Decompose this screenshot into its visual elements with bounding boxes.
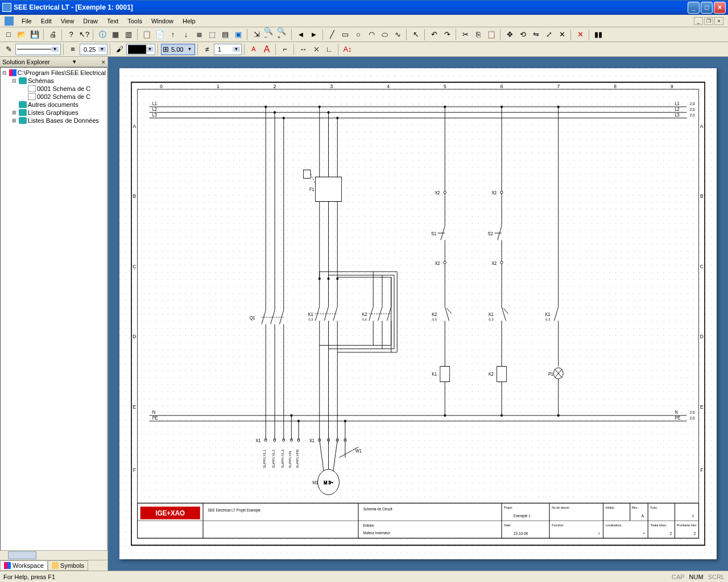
sheet-icon[interactable]: ▣ xyxy=(232,28,245,41)
open-icon[interactable]: 📂 xyxy=(15,28,28,41)
scale-icon[interactable]: ⤢ xyxy=(543,28,555,41)
hatch-combo[interactable]: 1▼ xyxy=(214,44,242,55)
svg-point-143 xyxy=(444,106,446,108)
minimize-button[interactable]: _ xyxy=(688,2,700,14)
copy2-icon[interactable]: ⎘ xyxy=(472,28,485,41)
svg-text:2.0: 2.0 xyxy=(690,102,695,106)
svg-point-138 xyxy=(274,111,275,114)
paste-icon[interactable]: 📄 xyxy=(154,28,166,41)
rotate-icon[interactable]: ⟲ xyxy=(516,28,529,41)
maximize-button[interactable]: □ xyxy=(701,2,713,14)
text-large-icon[interactable]: A xyxy=(260,43,273,56)
mirror-icon[interactable]: ⇋ xyxy=(530,28,542,41)
hatch-icon[interactable]: ≠ xyxy=(201,43,213,56)
status-cap: CAP xyxy=(672,573,685,580)
arrow-up-icon[interactable]: ↑ xyxy=(167,28,179,41)
explorer-pin-icon[interactable]: ▾ xyxy=(73,58,76,65)
select-icon[interactable]: ↖ xyxy=(410,28,422,41)
move-icon[interactable]: ✥ xyxy=(503,28,516,41)
tree-node[interactable]: 0001 Schema de C xyxy=(2,85,106,93)
svg-text:K1: K1 xyxy=(432,371,437,377)
explorer-close-icon[interactable]: × xyxy=(102,59,105,65)
spline-icon[interactable]: ∿ xyxy=(391,28,404,41)
arc-icon[interactable]: ◠ xyxy=(365,28,378,41)
menu-help[interactable]: Help xyxy=(178,16,200,26)
menubar: File Edit View Draw Text Tools Window He… xyxy=(0,15,728,27)
layers-icon[interactable]: ≣ xyxy=(193,28,205,41)
linestyle-combo[interactable]: ▼ xyxy=(15,44,61,55)
redo-icon[interactable]: ↷ xyxy=(441,28,453,41)
canvas-area[interactable]: 0 1 2 3 4 5 6 7 8 9 AA BB CC DD E xyxy=(108,57,728,571)
mdi-close-button[interactable]: × xyxy=(714,17,723,25)
snap-perp-icon[interactable]: ∟ xyxy=(323,43,336,56)
print-icon[interactable]: 🖨 xyxy=(47,28,59,41)
text-height-icon[interactable]: A↕ xyxy=(341,43,354,56)
tab-workspace[interactable]: Workspace xyxy=(0,560,48,571)
database-icon[interactable]: ▤ xyxy=(219,28,231,41)
grid-icon[interactable]: ▦ xyxy=(109,28,122,41)
snap-end-icon[interactable]: ⌐ xyxy=(279,43,291,56)
copy-icon[interactable]: 📋 xyxy=(140,28,153,41)
menu-edit[interactable]: Edit xyxy=(36,16,56,26)
zoom-in-icon[interactable]: 🔍⁺ xyxy=(276,28,289,41)
explorer-tree[interactable]: ⊟ C:\Program Files\SEE Electrical ⊟ Sché… xyxy=(0,67,107,551)
close-button[interactable]: × xyxy=(714,2,726,14)
svg-text:A: A xyxy=(700,123,704,129)
export-icon[interactable]: ⇲ xyxy=(250,28,263,41)
lineweight-combo[interactable]: 0.25▼ xyxy=(80,44,107,55)
context-help-icon[interactable]: ↖? xyxy=(78,28,90,41)
component-icon[interactable]: ⬚ xyxy=(206,28,218,41)
circle-icon[interactable]: ○ xyxy=(352,28,365,41)
snap-mid-icon[interactable]: ↔ xyxy=(297,43,309,56)
svg-text:SEE Electrical LT Projet Examp: SEE Electrical LT Projet Example xyxy=(208,508,260,513)
ellipse-icon[interactable]: ⬭ xyxy=(378,28,391,41)
pen-icon[interactable]: ✎ xyxy=(2,43,15,56)
help-icon[interactable]: ? xyxy=(65,28,77,41)
menu-draw[interactable]: Draw xyxy=(78,16,102,26)
color-combo[interactable]: ▼ xyxy=(126,44,155,55)
drawing-sheet[interactable]: 0 1 2 3 4 5 6 7 8 9 AA BB CC DD E xyxy=(119,68,717,559)
lineweight-icon[interactable]: ≡ xyxy=(67,43,79,56)
rect-icon[interactable]: ▭ xyxy=(339,28,351,41)
tree-root[interactable]: ⊟ C:\Program Files\SEE Electrical xyxy=(2,69,106,77)
text-small-icon[interactable]: A xyxy=(247,43,260,56)
paste2-icon[interactable]: 📋 xyxy=(485,28,498,41)
snap-int-icon[interactable]: ⤫ xyxy=(310,43,322,56)
explorer-hscroll[interactable] xyxy=(0,551,107,560)
grid-combo[interactable]: ⊞ 5.00▼ xyxy=(161,44,195,55)
tree-node[interactable]: Autres documents xyxy=(2,101,106,109)
info-icon[interactable]: ⓘ xyxy=(96,28,109,41)
next-icon[interactable]: ► xyxy=(308,28,320,41)
app-icon xyxy=(2,3,11,12)
tree-node[interactable]: ⊞ Listes Graphiques xyxy=(2,109,106,117)
save-icon[interactable]: 💾 xyxy=(28,28,41,41)
undo-icon[interactable]: ↶ xyxy=(428,28,440,41)
tree-node[interactable]: ⊟ Schémas xyxy=(2,77,106,85)
tab-symbols[interactable]: Symbols xyxy=(48,560,88,571)
menu-window[interactable]: Window xyxy=(147,16,178,26)
menu-tools[interactable]: Tools xyxy=(123,16,147,26)
lineweight-value: 0.25 xyxy=(81,46,98,53)
mdi-restore-button[interactable]: ❐ xyxy=(704,17,713,25)
tree-node[interactable]: ⊞ Listes Bases de Données xyxy=(2,117,106,124)
trim-icon[interactable]: ✕ xyxy=(556,28,568,41)
table-icon[interactable]: ▥ xyxy=(122,28,135,41)
menu-view[interactable]: View xyxy=(56,16,79,26)
line-icon[interactable]: ╱ xyxy=(326,28,338,41)
toolbar-2: ✎ ▼ ≡ 0.25▼ 🖌 ▼ ⊞ 5.00▼ ≠ 1▼ A A ⌐ ↔ ⤫ ∟… xyxy=(0,42,728,57)
hatch-value: 1 xyxy=(216,46,233,53)
delete-icon[interactable]: ✕ xyxy=(574,28,586,41)
align-icon[interactable]: ▮▮ xyxy=(592,28,605,41)
menu-file[interactable]: File xyxy=(17,16,36,26)
arrow-down-icon[interactable]: ↓ xyxy=(180,28,192,41)
menu-text[interactable]: Text xyxy=(102,16,123,26)
new-icon[interactable]: □ xyxy=(2,28,15,41)
svg-text:X1: X1 xyxy=(309,438,315,443)
paintbrush-icon[interactable]: 🖌 xyxy=(113,43,126,56)
tree-node[interactable]: 0002 Schema de C xyxy=(2,93,106,101)
prev-icon[interactable]: ◄ xyxy=(295,28,307,41)
zoom-out-icon[interactable]: 🔍⁻ xyxy=(263,28,276,41)
svg-text:X2: X2 xyxy=(435,260,440,266)
cut-icon[interactable]: ✂ xyxy=(459,28,471,41)
mdi-minimize-button[interactable]: _ xyxy=(694,17,703,25)
